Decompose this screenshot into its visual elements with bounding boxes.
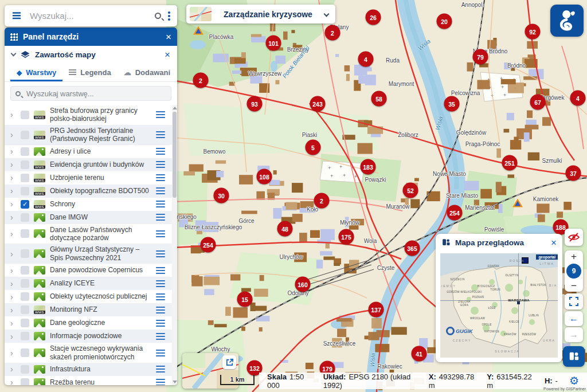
shelter-cluster-marker[interactable]: 101 [266,36,281,51]
shelter-cluster-marker[interactable]: 79 [473,49,488,65]
geoportal-logo[interactable] [550,5,584,37]
expand-chevron-icon[interactable]: › [10,293,16,301]
shelter-cluster-marker[interactable]: 4 [570,91,586,106]
shelter-cluster-marker[interactable]: 2 [314,193,330,209]
expand-chevron-icon[interactable]: › [10,332,16,340]
shelter-cluster-marker[interactable]: 37 [566,166,581,181]
tab[interactable]: Dodawani [118,63,177,81]
shelter-cluster-marker[interactable]: 254 [447,205,463,221]
overview-map[interactable]: geoportal GUGiK GDAŃSKOLSZTYNSZCZECINBYD… [440,253,558,358]
shelter-cluster-marker[interactable]: 52 [403,183,418,198]
drag-handle-icon[interactable] [156,114,165,115]
shelter-cluster-marker[interactable]: 48 [277,221,293,237]
expand-chevron-icon[interactable]: › [10,213,16,221]
expand-chevron-icon[interactable]: › [10,365,16,373]
scroll-down-icon[interactable] [173,381,177,383]
shelter-cluster-marker[interactable]: 35 [444,96,460,112]
drag-handle-icon[interactable] [156,164,165,165]
expand-chevron-icon[interactable]: › [10,200,16,208]
shelter-cluster-marker[interactable]: 15 [237,292,253,307]
layer-row[interactable]: › Schrony [5,198,172,211]
expand-chevron-icon[interactable]: › [10,230,16,238]
scroll-up-icon[interactable] [173,107,177,109]
expand-chevron-icon[interactable]: › [10,187,16,195]
expand-chevron-icon[interactable]: › [10,280,16,288]
drag-handle-icon[interactable] [156,134,165,135]
layer-search-input[interactable] [25,89,166,99]
chevron-down-icon[interactable] [11,51,17,57]
drag-handle-icon[interactable] [156,190,165,191]
drag-handle-icon[interactable] [156,352,165,354]
drag-handle-icon[interactable] [156,369,165,370]
layer-checkbox[interactable] [21,378,29,385]
layer-checkbox[interactable] [21,174,29,182]
layer-row[interactable]: › Dane IMGW [5,211,172,224]
drag-handle-icon[interactable] [156,151,165,152]
shelter-cluster-marker[interactable]: 108 [257,169,272,185]
shelter-cluster-marker[interactable]: 243 [310,96,326,112]
drag-handle-icon[interactable] [156,177,165,178]
expand-chevron-icon[interactable]: › [10,250,16,258]
layer-row[interactable]: › Obiekty topograficzne BDOT500 [5,185,172,198]
layer-list-scrollbar[interactable] [172,105,177,385]
layer-row[interactable]: › Analizy ICEYE [5,277,172,290]
layer-checkbox[interactable] [21,319,29,327]
layer-checkbox[interactable] [21,131,29,139]
scrollbar-thumb[interactable] [173,112,177,198]
layer-checkbox[interactable] [21,279,29,288]
layer-checkbox[interactable] [21,111,29,119]
drag-handle-icon[interactable] [156,233,165,234]
drag-handle-icon[interactable] [156,323,165,324]
layer-checkbox[interactable] [21,147,29,156]
expand-chevron-icon[interactable]: › [10,147,16,155]
shelter-cluster-marker[interactable]: 30 [214,188,229,203]
overview-map-toggle-button[interactable] [563,346,585,367]
expand-chevron-icon[interactable]: › [10,349,16,357]
expand-chevron-icon[interactable]: › [10,266,16,275]
shelter-cluster-marker[interactable]: 41 [412,346,427,362]
layer-checkbox[interactable] [21,266,29,275]
kebab-menu-icon[interactable] [168,11,170,14]
shelter-cluster-marker[interactable]: 175 [339,229,354,245]
warning-triangle-icon[interactable] [512,199,523,207]
expand-chevron-icon[interactable]: › [10,319,16,327]
layer-row[interactable]: › Główny Urząd Statystyczny – Spis Powsz… [5,244,172,264]
drag-handle-icon[interactable] [156,296,165,297]
drag-handle-icon[interactable] [156,283,165,284]
hide-markers-button[interactable] [565,229,583,246]
layer-checkbox[interactable] [21,187,29,195]
search-icon[interactable] [155,13,161,19]
shelter-cluster-marker[interactable]: 365 [405,241,420,256]
back-button[interactable]: ← [565,311,583,326]
shelter-cluster-marker[interactable]: 4 [358,52,374,67]
tab[interactable]: Legenda [62,63,117,81]
shelter-cluster-marker[interactable]: 2 [325,25,341,41]
settings-gear-icon[interactable]: ⚙ [569,375,579,386]
layer-row[interactable]: › Ewidencja gruntów i budynków [5,158,172,171]
layer-row[interactable]: › Dane powodziowe Copernicus [5,264,172,277]
layer-row[interactable]: › Rzeźba terenu [5,376,172,385]
expand-chevron-icon[interactable]: › [10,160,16,168]
expand-chevron-icon[interactable]: › [10,131,16,139]
warning-triangle-icon[interactable] [193,26,204,35]
layer-checkbox[interactable] [21,213,29,222]
layer-row[interactable]: › Infrastruktura [5,363,172,376]
shelter-cluster-marker[interactable]: 183 [361,159,376,175]
layer-checkbox[interactable] [21,200,29,209]
forward-button[interactable]: → [565,327,583,342]
shelter-cluster-marker[interactable]: 251 [502,155,518,171]
shelter-cluster-marker[interactable]: 20 [437,14,452,29]
shelter-cluster-marker[interactable]: 254 [201,237,216,253]
tabs-scroll-right-icon[interactable]: › [177,63,177,81]
shelter-cluster-marker[interactable]: 93 [247,96,263,112]
expand-chevron-icon[interactable]: › [10,378,16,385]
layer-row[interactable]: › Uzbrojenie terenu [5,171,172,185]
layer-row[interactable]: › Monitoring NFZ [5,303,172,316]
drag-handle-icon[interactable] [156,203,165,205]
expand-chevron-icon[interactable]: › [10,306,16,314]
shelter-cluster-marker[interactable]: 137 [369,302,384,317]
layer-checkbox[interactable] [21,305,29,314]
drag-handle-icon[interactable] [156,336,165,337]
layer-checkbox[interactable] [21,365,29,374]
drag-handle-icon[interactable] [156,217,165,218]
